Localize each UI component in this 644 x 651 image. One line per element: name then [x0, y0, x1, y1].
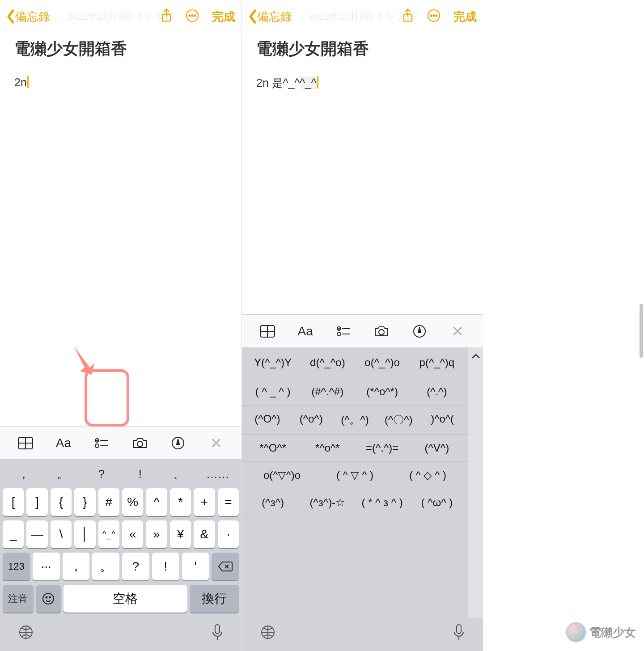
kaomoji[interactable]: o(^▽^)o [246, 462, 318, 489]
key[interactable]: [ [3, 488, 24, 516]
svg-point-7 [95, 444, 99, 448]
globe-button[interactable] [18, 624, 34, 642]
kaomoji[interactable]: *^o^* [300, 435, 355, 461]
suggestion[interactable]: 、 [160, 466, 199, 482]
key-row-3: 123 ··· ， 。 ? ! ' [0, 550, 242, 583]
more-button[interactable] [427, 8, 441, 25]
table-button[interactable] [257, 321, 278, 342]
kaomoji-row: *^O^* *^o^* =(^.^)= (^V^) [242, 435, 468, 462]
kaomoji[interactable]: p(^_^)q [410, 349, 464, 376]
key[interactable]: ] [26, 488, 47, 516]
suggestion[interactable]: ? [82, 467, 121, 481]
toolbar-close-button[interactable]: ✕ [447, 321, 468, 342]
text-format-button[interactable]: Aa [295, 321, 316, 342]
key[interactable]: + [194, 488, 215, 516]
kaomoji[interactable]: ( ^ ▽ ^ ) [318, 462, 391, 489]
kaomoji[interactable]: Y(^_^)Y [246, 349, 300, 376]
collapse-panel-button[interactable] [468, 347, 483, 618]
kaomoji[interactable]: ( * ^ з ^ ) [355, 489, 410, 516]
table-button[interactable] [15, 432, 36, 454]
kaomoji[interactable]: (^o^) [289, 406, 333, 434]
kaomoji[interactable]: ( ^ _ ^ ) [246, 378, 300, 405]
key-delete[interactable] [212, 553, 239, 580]
key[interactable]: ! [152, 553, 179, 580]
kaomoji[interactable]: (^з^) [246, 489, 300, 516]
key[interactable]: * [170, 488, 191, 516]
key[interactable]: 。 [92, 553, 119, 580]
note-title: 電獺少女開箱香 [14, 38, 227, 59]
kaomoji[interactable]: (^з^)-☆ [300, 489, 355, 516]
key[interactable]: ， [63, 553, 90, 580]
key[interactable]: « [122, 520, 143, 548]
kaomoji[interactable]: (^V^) [410, 435, 464, 461]
share-button[interactable] [160, 8, 173, 25]
camera-button[interactable] [371, 321, 392, 342]
key-kaomoji[interactable]: ^_^ [98, 520, 119, 548]
key[interactable]: │ [74, 520, 95, 548]
scrollbar-thumb[interactable] [640, 304, 643, 358]
key[interactable]: ··· [33, 553, 60, 580]
toolbar-close-button[interactable]: ✕ [205, 432, 227, 454]
share-icon [402, 8, 414, 23]
key[interactable]: — [26, 520, 47, 548]
key[interactable]: _ [3, 520, 24, 548]
key[interactable]: # [98, 488, 119, 516]
kaomoji[interactable]: *^O^* [246, 435, 300, 461]
done-button[interactable]: 完成 [212, 9, 235, 25]
kaomoji[interactable]: (^。^) [333, 406, 377, 434]
key-space[interactable]: 空格 [64, 585, 187, 613]
note-body[interactable]: 電獺少女開箱香 2n 是^_^^_^ [242, 33, 483, 314]
key[interactable]: % [122, 488, 143, 516]
checklist-icon [336, 326, 351, 337]
kaomoji[interactable]: ( ^ ◇ ^ ) [391, 462, 464, 489]
suggestion[interactable]: …… [198, 467, 237, 481]
more-button[interactable] [185, 8, 199, 25]
kaomoji[interactable]: (*^o^*) [355, 378, 410, 405]
key[interactable]: ¥ [170, 520, 191, 548]
note-text-marked: ^_^ [300, 76, 316, 89]
markup-button[interactable] [409, 321, 430, 342]
key[interactable]: { [51, 488, 72, 516]
suggestion[interactable]: ， [4, 466, 43, 482]
key[interactable]: & [194, 520, 215, 548]
kaomoji[interactable]: ( ^ω^ ) [410, 489, 464, 516]
mic-button[interactable] [453, 624, 465, 643]
back-button[interactable]: 備忘錄 [248, 9, 292, 25]
checklist-button[interactable] [333, 321, 354, 342]
key[interactable]: ? [122, 553, 149, 580]
kaomoji[interactable]: =(^.^)= [355, 435, 410, 461]
key-zhuyin[interactable]: 注音 [3, 585, 34, 613]
svg-point-4 [194, 15, 195, 16]
key[interactable]: » [146, 520, 167, 548]
key[interactable]: ' [182, 553, 209, 580]
key-123[interactable]: 123 [3, 553, 30, 580]
kaomoji[interactable]: (^O^) [246, 406, 289, 434]
key[interactable]: = [218, 488, 239, 516]
kaomoji[interactable]: (^〇^) [377, 406, 420, 434]
back-button[interactable]: 備忘錄 [6, 9, 50, 25]
kaomoji[interactable]: d(^_^o) [300, 349, 355, 376]
kaomoji[interactable]: o(^_^)o [355, 349, 410, 376]
kaomoji[interactable]: )^o^( [420, 406, 464, 434]
note-body[interactable]: 電獺少女開箱香 2n [0, 33, 242, 426]
key[interactable]: } [74, 488, 95, 516]
mic-button[interactable] [211, 624, 224, 643]
key[interactable]: \ [51, 520, 72, 548]
suggestion[interactable]: ! [121, 467, 160, 481]
done-button[interactable]: 完成 [453, 9, 477, 25]
text-format-button[interactable]: Aa [53, 432, 74, 454]
globe-button[interactable] [260, 624, 276, 642]
share-button[interactable] [402, 8, 414, 25]
kaomoji[interactable]: (#^.^#) [300, 378, 355, 405]
suggestion[interactable]: 。 [43, 466, 82, 482]
camera-button[interactable] [129, 432, 151, 454]
key-return[interactable]: 換行 [190, 585, 239, 613]
checklist-button[interactable] [91, 432, 112, 454]
table-icon [17, 436, 34, 450]
key-emoji[interactable] [36, 585, 61, 613]
kaomoji[interactable]: (^.^) [410, 378, 464, 405]
svg-point-12 [50, 597, 51, 598]
key[interactable]: · [218, 520, 239, 548]
key[interactable]: ^ [146, 488, 167, 516]
markup-button[interactable] [167, 432, 189, 454]
